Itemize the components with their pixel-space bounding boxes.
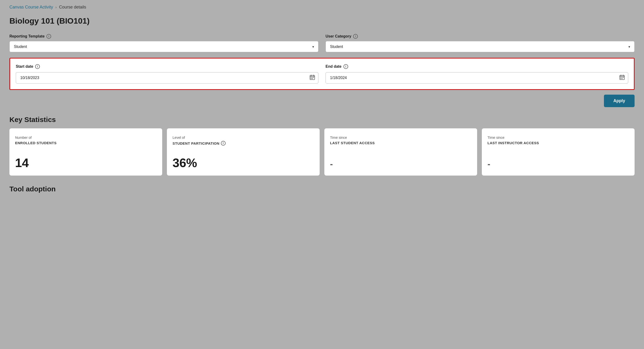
svg-rect-17 <box>622 78 622 79</box>
reporting-template-label: Reporting Template i <box>10 34 318 39</box>
stat-card-label-2: LAST STUDENT ACCESS <box>330 141 472 145</box>
user-category-group: User Category i Student Instructor Admin… <box>326 34 634 52</box>
reporting-template-select[interactable]: Student Instructor Admin <box>10 41 318 52</box>
svg-rect-8 <box>312 78 313 79</box>
date-range-inner: Start date i <box>16 64 628 84</box>
filters-section: Reporting Template i Student Instructor … <box>10 34 634 52</box>
stat-card-student-participation: Level of STUDENT PARTICIPATION i 36% <box>167 128 320 176</box>
breadcrumb-link[interactable]: Canvas Course Activity <box>10 5 53 10</box>
stat-card-enrolled-students: Number of ENROLLED STUDENTS 14 <box>10 128 162 176</box>
apply-button[interactable]: Apply <box>604 95 634 107</box>
end-date-calendar-icon[interactable] <box>620 75 625 81</box>
stat-card-sublabel-2: Time since <box>330 135 472 140</box>
stat-card-label-3: LAST INSTRUCTOR ACCESS <box>488 141 629 145</box>
svg-rect-4 <box>311 77 312 78</box>
stat-card-sublabel-3: Time since <box>488 135 629 140</box>
date-range-section: Start date i <box>10 58 634 90</box>
breadcrumb-current: Course details <box>59 5 86 10</box>
tool-adoption-title: Tool adoption <box>10 185 634 193</box>
stat-card-last-student-access: Time since LAST STUDENT ACCESS - <box>324 128 477 176</box>
reporting-template-group: Reporting Template i Student Instructor … <box>10 34 318 52</box>
user-category-label: User Category i <box>326 34 634 39</box>
stat-card-value-0: 14 <box>15 157 156 169</box>
breadcrumb-separator: › <box>56 5 56 10</box>
svg-rect-16 <box>620 78 621 79</box>
end-date-group: End date i <box>326 64 628 84</box>
user-category-select[interactable]: Student Instructor Admin <box>326 41 634 52</box>
svg-rect-7 <box>311 78 312 79</box>
end-date-input[interactable] <box>326 73 628 83</box>
user-category-info-icon: i <box>353 34 358 39</box>
start-date-input-wrapper[interactable] <box>16 72 318 84</box>
end-date-label: End date i <box>326 64 628 69</box>
stat-card-value-1: 36% <box>172 157 314 169</box>
breadcrumb: Canvas Course Activity › Course details <box>10 5 634 10</box>
stats-grid: Number of ENROLLED STUDENTS 14 Level of … <box>10 128 634 176</box>
reporting-template-info-icon: i <box>46 34 51 39</box>
end-date-input-wrapper[interactable] <box>326 72 628 84</box>
stat-card-label-0: ENROLLED STUDENTS <box>15 141 156 145</box>
svg-rect-6 <box>313 77 314 78</box>
svg-rect-14 <box>622 77 622 78</box>
student-participation-info-icon: i <box>221 141 226 146</box>
svg-rect-5 <box>312 77 313 78</box>
reporting-template-select-wrapper[interactable]: Student Instructor Admin ▾ <box>10 41 318 52</box>
start-date-group: Start date i <box>16 64 318 84</box>
svg-rect-13 <box>620 77 621 78</box>
user-category-select-wrapper[interactable]: Student Instructor Admin ▾ <box>326 41 634 52</box>
page-title: Biology 101 (BIO101) <box>10 16 634 26</box>
stat-card-sublabel-0: Number of <box>15 135 156 140</box>
svg-rect-15 <box>623 77 624 78</box>
start-date-calendar-icon[interactable] <box>310 75 315 81</box>
start-date-info-icon: i <box>35 64 40 69</box>
stat-card-last-instructor-access: Time since LAST INSTRUCTOR ACCESS - <box>482 128 634 176</box>
key-statistics-title: Key Statistics <box>10 116 634 124</box>
apply-row: Apply <box>10 95 634 107</box>
start-date-input[interactable] <box>16 73 318 83</box>
stat-card-sublabel-1: Level of <box>172 135 314 140</box>
end-date-info-icon: i <box>344 64 348 69</box>
stat-card-value-3: - <box>488 159 629 169</box>
start-date-label: Start date i <box>16 64 318 69</box>
stat-card-label-1: STUDENT PARTICIPATION i <box>172 141 314 146</box>
stat-card-value-2: - <box>330 159 472 169</box>
